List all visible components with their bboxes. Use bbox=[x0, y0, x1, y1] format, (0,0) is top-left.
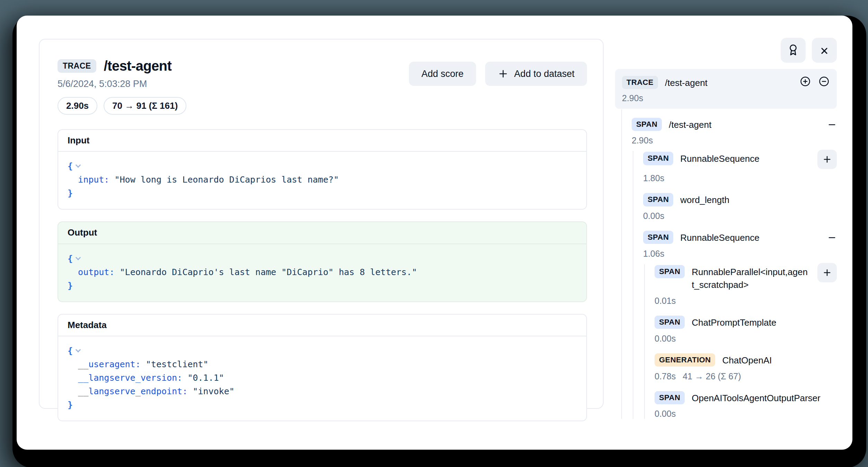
duration-label: 0.00s bbox=[655, 334, 676, 344]
generation-node-row[interactable]: GENERATIONChatOpenAI0.78s41 → 26 (Σ 67) bbox=[655, 353, 837, 381]
code-line: } bbox=[68, 398, 577, 412]
trace-header-left: TRACE /test-agent 5/6/2024, 5:03:28 PM 2… bbox=[58, 58, 186, 115]
span-node-row[interactable]: SPANRunnableSequence1.06s bbox=[643, 230, 837, 259]
add-to-dataset-button[interactable]: Add to dataset bbox=[485, 62, 587, 86]
trace-tree: TRACE/test-agent2.90sSPAN/test-agent2.90… bbox=[615, 69, 837, 419]
observation-name: ChatPromptTemplate bbox=[692, 315, 837, 329]
output-section: Output { output: "Leonardo DiCaprio's la… bbox=[58, 221, 587, 302]
observation-name: /test-agent bbox=[665, 75, 793, 90]
tree-node: SPANOpenAIToolsAgentOutputParser0.00s bbox=[655, 390, 837, 419]
tree-node: SPANRunnableSequence1.06sSPANRunnablePar… bbox=[643, 230, 837, 419]
app-window: TRACE /test-agent 5/6/2024, 5:03:28 PM 2… bbox=[17, 16, 852, 450]
trace-tree-panel: TRACE/test-agent2.90sSPAN/test-agent2.90… bbox=[615, 38, 837, 419]
duration-label: 0.00s bbox=[643, 211, 664, 221]
collapse-node-icon[interactable] bbox=[827, 230, 837, 244]
observation-type-badge: SPAN bbox=[643, 193, 673, 206]
collapse-all-button[interactable] bbox=[812, 38, 837, 63]
tree-node: TRACE/test-agent2.90sSPAN/test-agent2.90… bbox=[615, 69, 837, 419]
metadata-json-viewer: { __useragent: "testclient" __langserve_… bbox=[58, 336, 586, 421]
tree-node: SPANRunnableSequence1.80s bbox=[643, 151, 837, 183]
span-node-row[interactable]: SPANRunnableParallel<input,agent_scratch… bbox=[655, 264, 837, 306]
tree-node: SPANword_length0.00s bbox=[643, 192, 837, 221]
observation-name: word_length bbox=[680, 192, 837, 207]
observation-name: OpenAIToolsAgentOutputParser bbox=[692, 390, 837, 405]
trace-detail-panel: TRACE /test-agent 5/6/2024, 5:03:28 PM 2… bbox=[39, 39, 604, 409]
fold-vertical-icon bbox=[818, 44, 830, 57]
code-line: __useragent: "testclient" bbox=[68, 358, 577, 371]
observation-type-badge: SPAN bbox=[655, 391, 685, 404]
code-line: input: "How long is Leonardo DiCaprios l… bbox=[68, 173, 577, 186]
collapse-json-icon[interactable] bbox=[76, 162, 81, 168]
code-line: } bbox=[68, 279, 577, 292]
tree-toolbar bbox=[615, 38, 837, 63]
token-usage-badge: 70 → 91 (Σ 161) bbox=[104, 97, 186, 115]
tree-children: SPANRunnableParallel<input,agent_scratch… bbox=[644, 264, 837, 419]
latency-badge: 2.90s bbox=[58, 97, 97, 115]
add-score-button[interactable]: Add score bbox=[409, 62, 476, 86]
code-line: output: "Leonardo DiCaprio's last name "… bbox=[68, 265, 577, 279]
code-line: { bbox=[68, 344, 577, 358]
input-json-viewer: { input: "How long is Leonardo DiCaprios… bbox=[58, 152, 586, 209]
trace-node-row[interactable]: TRACE/test-agent2.90s bbox=[615, 69, 837, 109]
observation-type-badge: SPAN bbox=[655, 316, 685, 329]
span-node-row[interactable]: SPAN/test-agent2.90s bbox=[632, 117, 837, 146]
output-json-viewer: { output: "Leonardo DiCaprio's last name… bbox=[58, 244, 586, 301]
duration-label: 2.90s bbox=[622, 93, 643, 103]
duration-label: 1.06s bbox=[643, 249, 664, 259]
collapse-json-icon[interactable] bbox=[76, 347, 81, 352]
duration-label: 0.00s bbox=[655, 409, 676, 419]
tree-node: SPAN/test-agent2.90sSPANRunnableSequence… bbox=[632, 117, 837, 419]
award-icon bbox=[787, 44, 799, 57]
input-section: Input { input: "How long is Leonardo DiC… bbox=[58, 129, 587, 210]
tree-node: GENERATIONChatOpenAI0.78s41 → 26 (Σ 67) bbox=[655, 353, 837, 381]
expand-node-button[interactable] bbox=[817, 150, 837, 169]
observation-type-badge: SPAN bbox=[632, 118, 662, 131]
observation-name: RunnableSequence bbox=[680, 230, 818, 245]
observation-name: ChatOpenAI bbox=[722, 353, 837, 367]
code-line: } bbox=[68, 186, 577, 200]
code-line: { bbox=[68, 252, 577, 265]
collapse-json-icon[interactable] bbox=[76, 255, 81, 260]
observation-name: RunnableParallel<input,agent_scratchpad> bbox=[692, 264, 808, 292]
span-node-row[interactable]: SPANOpenAIToolsAgentOutputParser0.00s bbox=[655, 390, 837, 419]
add-to-dataset-label: Add to dataset bbox=[514, 69, 575, 79]
duration-label: 0.01s bbox=[655, 296, 676, 306]
code-line: { bbox=[68, 159, 577, 173]
tree-children: SPAN/test-agent2.90sSPANRunnableSequence… bbox=[621, 109, 837, 419]
annotate-button[interactable] bbox=[781, 38, 806, 63]
expand-all-icon[interactable] bbox=[800, 76, 810, 87]
observation-name: /test-agent bbox=[669, 117, 818, 132]
observation-type-badge: SPAN bbox=[643, 152, 673, 165]
code-line: __langserve_endpoint: "invoke" bbox=[68, 385, 577, 398]
observation-type-badge: SPAN bbox=[655, 265, 685, 278]
collapse-node-icon[interactable] bbox=[827, 117, 837, 131]
tree-node: SPANRunnableParallel<input,agent_scratch… bbox=[655, 264, 837, 306]
duration-label: 2.90s bbox=[632, 135, 653, 146]
trace-timestamp: 5/6/2024, 5:03:28 PM bbox=[58, 79, 186, 89]
span-node-row[interactable]: SPANRunnableSequence1.80s bbox=[643, 151, 837, 183]
observation-type-badge: GENERATION bbox=[655, 353, 715, 367]
observation-name: RunnableSequence bbox=[680, 151, 808, 166]
expand-node-button[interactable] bbox=[817, 263, 837, 282]
observation-type-badge: SPAN bbox=[643, 231, 673, 244]
metadata-section: Metadata { __useragent: "testclient" __l… bbox=[58, 314, 587, 421]
trace-title: /test-agent bbox=[104, 58, 172, 74]
collapse-all-icon[interactable] bbox=[819, 76, 829, 87]
tree-node: SPANChatPromptTemplate0.00s bbox=[655, 315, 837, 344]
trace-header: TRACE /test-agent 5/6/2024, 5:03:28 PM 2… bbox=[58, 58, 587, 115]
duration-label: 0.78s bbox=[655, 371, 676, 381]
output-section-title: Output bbox=[58, 222, 586, 244]
tree-children: SPANRunnableSequence1.80sSPANword_length… bbox=[633, 151, 837, 419]
token-count-label: 41 → 26 (Σ 67) bbox=[683, 371, 741, 381]
span-node-row[interactable]: SPANword_length0.00s bbox=[643, 192, 837, 221]
duration-label: 1.80s bbox=[643, 173, 664, 183]
add-score-label: Add score bbox=[421, 69, 464, 79]
input-section-title: Input bbox=[58, 130, 586, 152]
plus-icon bbox=[498, 68, 509, 79]
span-node-row[interactable]: SPANChatPromptTemplate0.00s bbox=[655, 315, 837, 344]
code-line: __langserve_version: "0.1.1" bbox=[68, 371, 577, 385]
metadata-section-title: Metadata bbox=[58, 315, 586, 336]
observation-type-badge: TRACE bbox=[622, 76, 658, 89]
trace-type-badge: TRACE bbox=[58, 59, 96, 73]
